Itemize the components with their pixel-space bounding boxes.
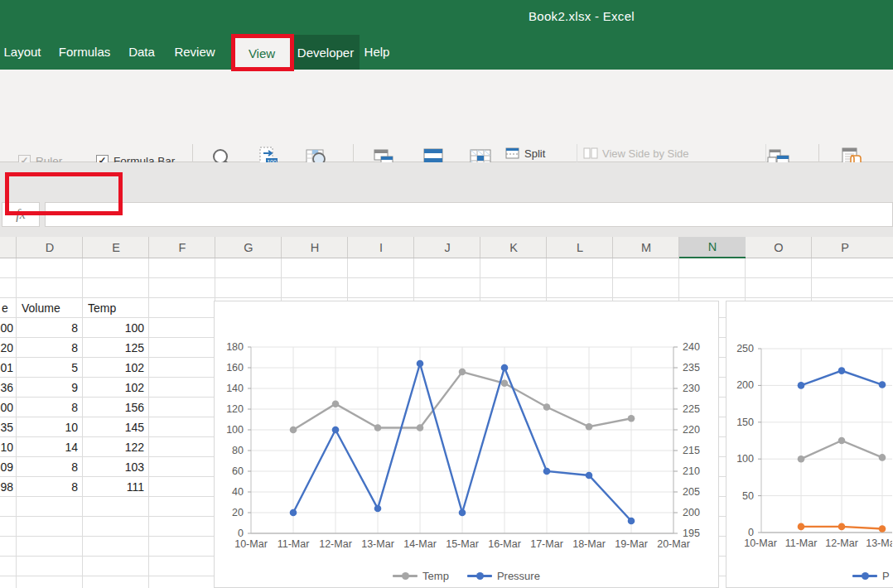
cell-header-cut[interactable]: e [2,298,15,318]
y-tick-label: 50 [742,490,754,502]
right-tick-label: 230 [683,383,700,394]
column-header-D[interactable]: D [17,238,83,258]
cell-temp[interactable]: 102 [83,358,144,378]
cell-cut[interactable]: 10 [0,437,13,457]
secondary-chart[interactable]: 05010015020025010-Mar11-Mar12-Mar13-Mar … [726,301,893,588]
cell-volume[interactable]: 8 [17,477,78,497]
legend-marker-icon [393,575,418,577]
cell-temp[interactable]: 156 [83,398,144,417]
data-point-temp [798,455,805,463]
y-tick-label: 120 [226,403,244,415]
tab-formulas[interactable]: Formulas [53,33,116,70]
data-point-pressure [798,382,805,389]
x-tick-label: 13-Mar [361,538,394,550]
column-header-E[interactable]: E [83,238,149,258]
cell-cut[interactable]: 09 [0,457,13,477]
legend-item-p: P [852,570,890,582]
cell-cut[interactable]: 00 [0,318,13,338]
view-side-by-side-label: View Side by Side [602,147,689,160]
excel-window: Book2.xlsx - Excel Layout Formulas Data … [0,0,893,588]
cell-cut[interactable]: 01 [0,358,13,378]
tab-page-layout[interactable]: Layout [0,33,48,70]
column-header-N[interactable]: N [679,237,746,258]
highlight-box-view-tab [231,34,294,71]
column-header-I[interactable]: I [348,238,414,258]
cell-cut[interactable]: 00 [0,398,13,417]
right-tick-label: 195 [683,528,700,539]
cell-temp[interactable]: 102 [83,378,144,398]
data-point-temp [838,437,846,445]
column-header-L[interactable]: L [547,238,613,258]
cell-header-temp[interactable]: Temp [88,298,146,318]
column-header-F[interactable]: F [149,238,215,258]
cell-cut[interactable]: 35 [0,417,13,437]
data-point-temp [628,415,635,422]
data-point-temp [501,379,509,387]
data-point-pressure [290,509,297,517]
right-tick-label: 215 [683,445,700,456]
y-tick-label: 0 [748,527,754,538]
column-header-O[interactable]: O [746,238,812,258]
x-tick-label: 14-Mar [403,538,437,550]
data-point-temp [459,369,466,376]
data-point-pressure [501,364,509,372]
cell-volume[interactable]: 8 [17,398,78,417]
column-header-G[interactable]: G [215,238,282,258]
y-tick-label: 250 [736,343,754,354]
cell-volume[interactable]: 8 [17,338,78,358]
y-tick-label: 160 [226,362,244,374]
right-tick-label: 225 [683,403,700,415]
data-point-pressure [459,509,466,517]
cell-temp[interactable]: 103 [83,457,144,477]
y-tick-label: 150 [736,417,754,428]
y-tick-label: 200 [736,379,754,391]
cell-volume[interactable]: 9 [17,378,78,398]
column-header-P[interactable]: P [812,238,878,258]
view-side-by-side-button: View Side by Side [583,144,689,162]
right-tick-label: 210 [683,465,700,477]
cell-cut[interactable]: 36 [0,378,13,398]
tab-data[interactable]: Data [121,33,162,70]
column-header-H[interactable]: H [282,238,348,258]
data-point-pressure [417,360,424,368]
cell-volume[interactable]: 8 [17,318,78,338]
x-tick-label: 10-Mar [744,537,777,549]
cell-cut[interactable]: 20 [0,338,13,358]
cell-temp[interactable]: 122 [83,437,144,457]
data-point-temp [586,423,593,431]
cell-volume[interactable]: 10 [17,417,78,437]
x-tick-label: 19-Mar [615,538,648,550]
tab-help[interactable]: Help [355,33,399,70]
x-tick-label: 10-Mar [234,538,268,550]
window-title: Book2.xlsx - Excel [529,9,635,23]
cell-header-volume[interactable]: Volume [22,298,80,318]
cell-temp[interactable]: 145 [83,417,144,437]
data-point-pressure [543,468,551,475]
y-tick-label: 60 [232,465,244,477]
right-tick-label: 205 [683,486,700,498]
temp-pressure-chart[interactable]: 0204060801001201401601801952002052102152… [214,301,719,588]
cell-cut[interactable]: 98 [0,477,13,497]
cell-temp[interactable]: 100 [83,318,144,338]
cell-temp[interactable]: 125 [83,338,144,358]
y-tick-label: 100 [226,424,244,436]
cell-volume[interactable]: 14 [17,437,78,457]
split-button[interactable]: Split [505,144,545,162]
data-point-pressure [332,427,340,434]
chart-legend: TempPressure [215,570,718,582]
column-header-M[interactable]: M [613,238,679,258]
y-tick-label: 40 [232,486,244,498]
column-header-K[interactable]: K [480,238,547,258]
tab-review[interactable]: Review [169,33,220,70]
tab-developer[interactable]: Developer [292,35,360,70]
data-point-temp [374,424,382,431]
formula-input[interactable] [45,202,893,227]
y-tick-label: 100 [736,453,754,465]
cell-temp[interactable]: 111 [83,477,144,497]
column-header-J[interactable]: J [414,238,480,258]
highlight-box-gridlines [5,172,123,215]
split-label: Split [524,147,545,160]
y-tick-label: 140 [226,383,244,394]
cell-volume[interactable]: 8 [17,457,78,477]
cell-volume[interactable]: 5 [17,358,78,378]
